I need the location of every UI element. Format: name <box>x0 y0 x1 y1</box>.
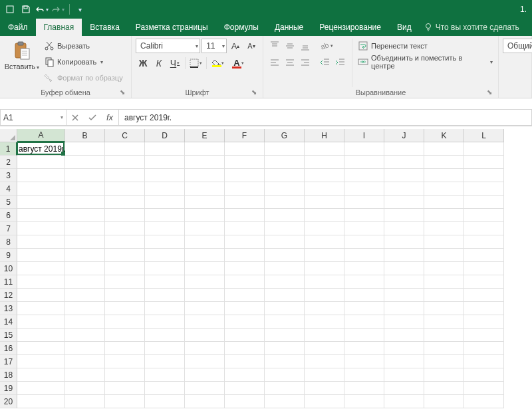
cell-J13[interactable] <box>384 302 424 315</box>
cell-L20[interactable] <box>464 395 504 408</box>
cell-K16[interactable] <box>424 342 464 355</box>
cell-G9[interactable] <box>265 249 305 262</box>
cell-E9[interactable] <box>185 249 225 262</box>
cell-B19[interactable] <box>65 382 105 395</box>
cell-A17[interactable] <box>17 355 65 368</box>
cell-A3[interactable] <box>17 169 65 182</box>
cell-J12[interactable] <box>384 289 424 302</box>
cell-J4[interactable] <box>384 182 424 196</box>
cell-I10[interactable] <box>344 262 384 275</box>
cell-L19[interactable] <box>464 382 504 395</box>
cell-G6[interactable] <box>265 209 305 222</box>
cell-C5[interactable] <box>105 196 145 209</box>
save-icon[interactable] <box>19 2 33 17</box>
cell-I8[interactable] <box>344 235 384 249</box>
column-header-H[interactable]: H <box>305 129 344 142</box>
cell-I3[interactable] <box>344 169 384 182</box>
cell-F2[interactable] <box>225 156 265 169</box>
tab-data[interactable]: Данные <box>267 19 311 36</box>
formula-enter-button[interactable] <box>84 110 101 125</box>
row-header-7[interactable]: 7 <box>0 222 17 235</box>
wrap-text-button[interactable]: Перенести текст <box>356 39 494 53</box>
cell-H15[interactable] <box>305 329 344 342</box>
cell-J19[interactable] <box>384 382 424 395</box>
cell-H14[interactable] <box>305 315 344 329</box>
cell-E7[interactable] <box>185 222 225 235</box>
cell-H7[interactable] <box>305 222 344 235</box>
cell-C18[interactable] <box>105 368 145 382</box>
cell-L9[interactable] <box>464 249 504 262</box>
redo-icon[interactable]: ▾ <box>51 2 65 17</box>
cell-F5[interactable] <box>225 196 265 209</box>
select-all-corner[interactable] <box>0 129 17 142</box>
align-bottom-button[interactable] <box>298 39 313 53</box>
cell-D6[interactable] <box>145 209 185 222</box>
cell-L17[interactable] <box>464 355 504 368</box>
italic-button[interactable]: К <box>152 56 166 70</box>
decrease-font-button[interactable]: A▾ <box>244 39 259 53</box>
cell-C19[interactable] <box>105 382 145 395</box>
cell-D15[interactable] <box>145 329 185 342</box>
cell-F10[interactable] <box>225 262 265 275</box>
cell-J2[interactable] <box>384 156 424 169</box>
cell-H6[interactable] <box>305 209 344 222</box>
cell-L16[interactable] <box>464 342 504 355</box>
cell-B8[interactable] <box>65 235 105 249</box>
cell-K7[interactable] <box>424 222 464 235</box>
cell-I15[interactable] <box>344 329 384 342</box>
cell-B7[interactable] <box>65 222 105 235</box>
cell-C15[interactable] <box>105 329 145 342</box>
cell-G5[interactable] <box>265 196 305 209</box>
cell-I7[interactable] <box>344 222 384 235</box>
cell-D12[interactable] <box>145 289 185 302</box>
cell-A10[interactable] <box>17 262 65 275</box>
cell-F4[interactable] <box>225 182 265 196</box>
cell-B16[interactable] <box>65 342 105 355</box>
cell-A20[interactable] <box>17 395 65 408</box>
row-header-5[interactable]: 5 <box>0 196 17 209</box>
cell-A5[interactable] <box>17 196 65 209</box>
cell-C2[interactable] <box>105 156 145 169</box>
row-header-6[interactable]: 6 <box>0 209 17 222</box>
cell-K18[interactable] <box>424 368 464 382</box>
cell-G7[interactable] <box>265 222 305 235</box>
cell-B9[interactable] <box>65 249 105 262</box>
cell-H1[interactable] <box>305 142 344 156</box>
cell-I17[interactable] <box>344 355 384 368</box>
cell-L6[interactable] <box>464 209 504 222</box>
cell-J7[interactable] <box>384 222 424 235</box>
column-header-L[interactable]: L <box>464 129 504 142</box>
cell-A13[interactable] <box>17 302 65 315</box>
cell-G4[interactable] <box>265 182 305 196</box>
cell-H16[interactable] <box>305 342 344 355</box>
cell-C9[interactable] <box>105 249 145 262</box>
cell-J15[interactable] <box>384 329 424 342</box>
cell-J16[interactable] <box>384 342 424 355</box>
column-header-F[interactable]: F <box>225 129 265 142</box>
cell-B4[interactable] <box>65 182 105 196</box>
cell-H11[interactable] <box>305 275 344 289</box>
cell-B20[interactable] <box>65 395 105 408</box>
column-header-G[interactable]: G <box>265 129 305 142</box>
cell-F17[interactable] <box>225 355 265 368</box>
cell-D20[interactable] <box>145 395 185 408</box>
align-top-button[interactable] <box>267 39 282 53</box>
bold-button[interactable]: Ж <box>136 56 150 70</box>
cell-C4[interactable] <box>105 182 145 196</box>
cell-F13[interactable] <box>225 302 265 315</box>
cell-I4[interactable] <box>344 182 384 196</box>
cell-K17[interactable] <box>424 355 464 368</box>
cell-J1[interactable] <box>384 142 424 156</box>
cell-F7[interactable] <box>225 222 265 235</box>
cell-E16[interactable] <box>185 342 225 355</box>
cell-B13[interactable] <box>65 302 105 315</box>
row-header-17[interactable]: 17 <box>0 355 17 368</box>
cell-B6[interactable] <box>65 209 105 222</box>
cell-L2[interactable] <box>464 156 504 169</box>
align-center-button[interactable] <box>283 55 297 70</box>
format-painter-button[interactable]: Формат по образцу <box>43 70 124 85</box>
row-header-9[interactable]: 9 <box>0 249 17 262</box>
cell-H9[interactable] <box>305 249 344 262</box>
cell-J17[interactable] <box>384 355 424 368</box>
row-header-12[interactable]: 12 <box>0 289 17 302</box>
